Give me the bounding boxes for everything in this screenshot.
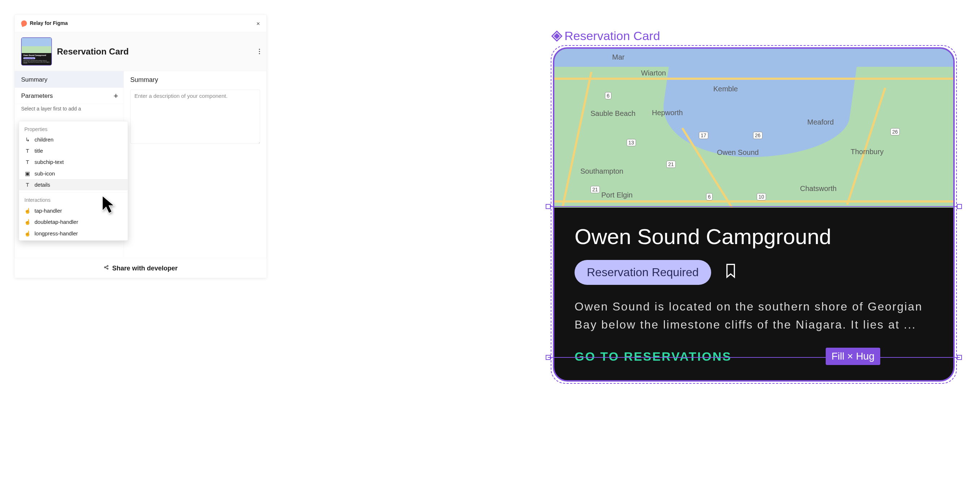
reservation-card: Mar Wiarton Kemble Sauble Beach Hepworth…: [553, 47, 955, 382]
sidebar-item-parameters[interactable]: Parameters +: [15, 88, 124, 104]
canvas-area: Reservation Card Mar Wiarton Kemble Saub…: [553, 29, 955, 382]
dropdown-item-subchip-text[interactable]: T subchip-text: [19, 157, 128, 168]
reservation-description: Owen Sound is located on the southern sh…: [574, 298, 933, 334]
map-label: Owen Sound: [717, 148, 759, 157]
reservation-card-selection[interactable]: Mar Wiarton Kemble Sauble Beach Hepworth…: [553, 47, 955, 382]
dropdown-properties-heading: Properties: [19, 124, 128, 134]
reservation-title: Owen Sound Campground: [574, 224, 933, 249]
dropdown-item-label: details: [35, 182, 50, 188]
selection-rail: [548, 206, 960, 207]
description-textarea[interactable]: [130, 90, 260, 144]
dropdown-item-longpress-handler[interactable]: ☝ longpress-handler: [19, 228, 128, 239]
component-label[interactable]: Reservation Card: [553, 29, 955, 43]
dropdown-item-title[interactable]: T title: [19, 146, 128, 157]
tap-icon: ☝: [25, 219, 31, 225]
map-label: Hepworth: [652, 109, 683, 117]
tap-icon: ☝: [25, 230, 31, 237]
dropdown-item-details[interactable]: T details: [19, 179, 128, 190]
share-icon: [103, 265, 109, 271]
children-icon: ↳: [25, 136, 31, 143]
dropdown-item-label: tap-handler: [35, 208, 62, 214]
map-label: Thornbury: [851, 147, 883, 156]
map-label: Port Elgin: [601, 191, 633, 199]
relay-logo-icon: [20, 19, 28, 27]
component-name: Reservation Card: [57, 47, 259, 57]
add-parameter-icon[interactable]: +: [113, 92, 118, 100]
dropdown-item-label: longpress-handler: [35, 230, 78, 236]
dropdown-item-children[interactable]: ↳ children: [19, 134, 128, 146]
selection-handle[interactable]: [957, 204, 962, 209]
cursor-icon: [102, 195, 118, 215]
text-icon: T: [25, 148, 31, 154]
text-icon: T: [25, 182, 31, 188]
parameters-hint: Select a layer first to add a: [15, 104, 124, 112]
panel-header: Relay for Figma ×: [15, 15, 267, 32]
plugin-title: Relay for Figma: [30, 20, 256, 26]
image-icon: ▣: [25, 170, 31, 177]
svg-line-4: [105, 268, 107, 269]
text-icon: T: [25, 159, 31, 165]
tap-icon: ☝: [25, 208, 31, 214]
relay-plugin-panel: Relay for Figma × Owen Sound Campground …: [14, 14, 267, 278]
dropdown-item-label: children: [35, 136, 54, 143]
map-label: Wiarton: [641, 69, 666, 77]
summary-heading: Summary: [130, 76, 260, 83]
constraint-badge: Fill × Hug: [826, 348, 880, 365]
parameters-dropdown: Properties ↳ children T title T subchip-…: [19, 121, 128, 241]
main-column: Summary: [124, 71, 267, 257]
share-with-developer-label: Share with developer: [112, 264, 177, 272]
dropdown-item-label: subchip-text: [35, 159, 64, 165]
dropdown-item-label: title: [35, 148, 43, 154]
sidebar-item-summary[interactable]: Summary: [15, 71, 124, 88]
dropdown-item-label: doubletap-handler: [35, 219, 78, 225]
svg-line-3: [105, 266, 107, 267]
reservation-card-map: Mar Wiarton Kemble Sauble Beach Hepworth…: [554, 49, 953, 208]
component-label-text: Reservation Card: [565, 29, 660, 43]
map-label: Chatsworth: [800, 184, 837, 193]
component-diamond-icon: [551, 30, 562, 41]
dropdown-item-sub-icon[interactable]: ▣ sub-icon: [19, 168, 128, 179]
bookmark-icon[interactable]: [724, 263, 737, 282]
map-label: Mar: [612, 53, 624, 61]
dropdown-item-label: sub-icon: [35, 170, 55, 176]
component-header: Owen Sound Campground Reservation Req. O…: [15, 32, 267, 71]
map-label: Sauble Beach: [590, 109, 636, 118]
dropdown-item-doubletap-handler[interactable]: ☝ doubletap-handler: [19, 216, 128, 228]
selection-handle[interactable]: [546, 204, 551, 209]
map-label: Meaford: [807, 118, 834, 126]
dropdown-divider: [19, 192, 128, 193]
parameters-label: Parameters: [21, 92, 53, 99]
close-icon[interactable]: ×: [256, 20, 260, 26]
map-label: Southampton: [580, 167, 623, 176]
component-thumbnail[interactable]: Owen Sound Campground Reservation Req. O…: [21, 38, 52, 66]
panel-footer[interactable]: Share with developer: [15, 258, 267, 278]
more-menu-icon[interactable]: [259, 49, 260, 54]
reservation-chip[interactable]: Reservation Required: [574, 260, 711, 285]
map-label: Kemble: [713, 85, 738, 93]
reservation-card-body: Owen Sound Campground Reservation Requir…: [554, 208, 953, 380]
selection-rail: [548, 357, 960, 358]
